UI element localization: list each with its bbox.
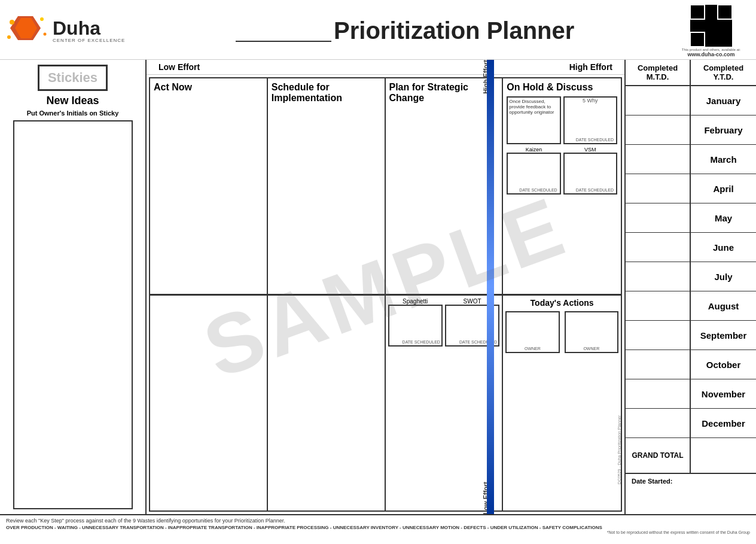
- on-hold-title: On Hold & Discuss: [507, 82, 617, 93]
- month-row: January: [626, 86, 756, 116]
- month-ytd-october: October: [691, 350, 756, 379]
- logo-name: Duha: [53, 19, 125, 38]
- action-owner-1: OWNER: [525, 347, 541, 351]
- month-mtd-september: [626, 321, 691, 350]
- completed-ytd-header: Completed Y.T.D.: [691, 60, 756, 85]
- month-mtd-december: [626, 409, 691, 437]
- month-mtd-march: [626, 145, 691, 174]
- action-owner-2: OWNER: [583, 347, 599, 351]
- month-row: June: [626, 233, 756, 262]
- footer-line2: OVER PRODUCTION - WAITING - UNNECESSARY …: [6, 525, 750, 530]
- five-why-box: 5 Why DATE SCHEDULED: [563, 96, 617, 144]
- month-row: September: [626, 321, 756, 350]
- five-why-label: 5 Why: [565, 98, 616, 104]
- month-mtd-june: [626, 233, 691, 262]
- logo-subtitle: CENTER OF EXCELLENCE: [53, 38, 125, 43]
- months-header: Completed M.T.D. Completed Y.T.D.: [626, 60, 756, 86]
- five-why-date: DATE SCHEDULED: [576, 138, 614, 142]
- action-box-1: OWNER: [505, 311, 559, 353]
- act-now-low: [150, 296, 268, 511]
- logo-text: Duha CENTER OF EXCELLENCE: [53, 19, 125, 43]
- month-row: August: [626, 291, 756, 321]
- kaizen-date: DATE SCHEDULED: [519, 188, 557, 192]
- month-mtd-july: [626, 262, 691, 291]
- stickies-label: Stickies: [48, 70, 97, 85]
- month-row: July: [626, 262, 756, 291]
- kaizen-label: Kaizen: [507, 147, 560, 153]
- title-underline: [236, 41, 331, 42]
- action-box-2: OWNER: [565, 311, 618, 353]
- months-container: January February March April May June Ju…: [626, 86, 756, 438]
- on-hold-quadrant: On Hold & Discuss Once Discussed, provid…: [503, 78, 621, 294]
- month-row: November: [626, 379, 756, 409]
- month-row: December: [626, 409, 756, 438]
- footer-line1: Review each "Key Step" process against e…: [6, 518, 750, 524]
- month-mtd-november: [626, 379, 691, 408]
- qr-url: www.duha-co.com: [672, 51, 750, 57]
- act-now-quadrant: Act Now: [150, 78, 268, 294]
- completed-mtd-header: Completed M.T.D.: [626, 60, 691, 85]
- stickies-box: Stickies: [38, 65, 108, 91]
- footer-line3: *Not to be reproduced without the expres…: [6, 530, 750, 534]
- svg-point-4: [44, 32, 47, 35]
- schedule-title: Schedule for Implementation: [272, 82, 381, 104]
- footer: Review each "Key Step" process against e…: [0, 514, 756, 544]
- put-owners-label: Put Owner's Initials on Sticky: [27, 110, 119, 117]
- month-ytd-november: November: [691, 379, 756, 408]
- month-mtd-january: [626, 86, 691, 115]
- qr-label: This product and others, available at:: [672, 48, 750, 51]
- month-ytd-april: April: [691, 174, 756, 203]
- month-row: May: [626, 203, 756, 233]
- month-mtd-august: [626, 291, 691, 320]
- qr-area: This product and others, available at: w…: [672, 5, 750, 57]
- main-content: Stickies New Ideas Put Owner's Initials …: [0, 60, 756, 514]
- main-title: Prioritization Planner: [334, 17, 574, 44]
- grand-total-ytd: [691, 438, 756, 473]
- once-discussed-box: Once Discussed, provide feedback to oppo…: [507, 96, 560, 144]
- new-ideas-label: New Ideas: [46, 95, 99, 107]
- month-ytd-july: July: [691, 262, 756, 291]
- spaghetti-date: DATE SCHEDULED: [403, 340, 440, 344]
- month-row: February: [626, 116, 756, 145]
- month-ytd-june: June: [691, 233, 756, 262]
- on-hold-top: Once Discussed, provide feedback to oppo…: [507, 96, 617, 144]
- header: Duha CENTER OF EXCELLENCE Prioritization…: [0, 0, 756, 60]
- month-row: April: [626, 174, 756, 203]
- month-ytd-march: March: [691, 145, 756, 174]
- title-area: Prioritization Planner: [138, 17, 672, 44]
- month-mtd-may: [626, 203, 691, 232]
- todays-actions-area: Today's Actions OWNER OWNER: [503, 296, 621, 511]
- month-ytd-september: September: [691, 321, 756, 350]
- month-mtd-february: [626, 116, 691, 144]
- sticky-area: [13, 120, 133, 509]
- month-ytd-may: May: [691, 203, 756, 232]
- month-row: October: [626, 350, 756, 379]
- date-started: Date Started:: [626, 474, 756, 488]
- svg-point-5: [7, 35, 11, 39]
- vsm-date: DATE SCHEDULED: [576, 188, 614, 192]
- month-ytd-february: February: [691, 116, 756, 144]
- effort-bar: Low Effort High Effort: [147, 60, 624, 75]
- vsm-label: VSM: [563, 147, 617, 153]
- left-sidebar: Stickies New Ideas Put Owner's Initials …: [0, 60, 147, 514]
- svg-point-2: [10, 20, 14, 25]
- grand-total-label: GRAND TOTAL: [626, 438, 691, 473]
- right-sidebar: Completed M.T.D. Completed Y.T.D. Januar…: [624, 60, 756, 514]
- todays-actions-title: Today's Actions: [505, 298, 618, 308]
- once-discussed-desc: Once Discussed, provide feedback to oppo…: [508, 98, 559, 116]
- doc-id: DC0529 - Duha Prioritization Planner: [617, 415, 621, 484]
- center-area: Low Effort High Effort Act Now Schedule …: [147, 60, 624, 514]
- qr-code: [690, 5, 732, 47]
- kaizen-box: DATE SCHEDULED: [507, 153, 560, 194]
- month-row: March: [626, 145, 756, 174]
- low-effort-label: Low Effort: [158, 62, 200, 72]
- act-now-title: Act Now: [154, 82, 263, 93]
- todays-actions-grid: OWNER OWNER: [505, 311, 618, 353]
- month-ytd-december: December: [691, 409, 756, 437]
- month-mtd-april: [626, 174, 691, 203]
- blue-gradient-bar: [487, 60, 494, 514]
- vsm-box: DATE SCHEDULED: [563, 153, 617, 194]
- grand-total-row: GRAND TOTAL: [626, 438, 756, 474]
- logo-area: Duha CENTER OF EXCELLENCE: [6, 13, 138, 49]
- svg-point-3: [40, 17, 44, 21]
